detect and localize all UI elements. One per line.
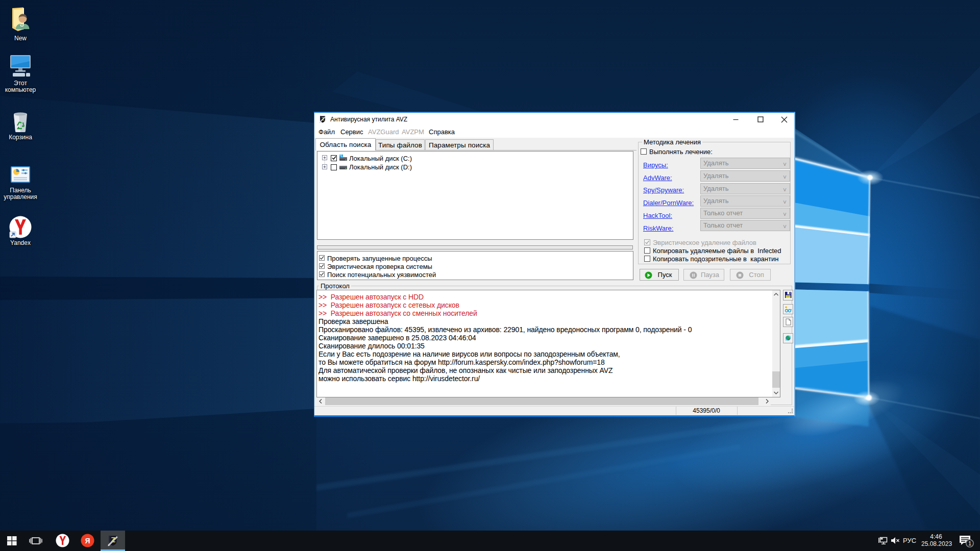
svg-text:Я: Я: [85, 537, 90, 545]
svg-text:1: 1: [968, 540, 971, 546]
